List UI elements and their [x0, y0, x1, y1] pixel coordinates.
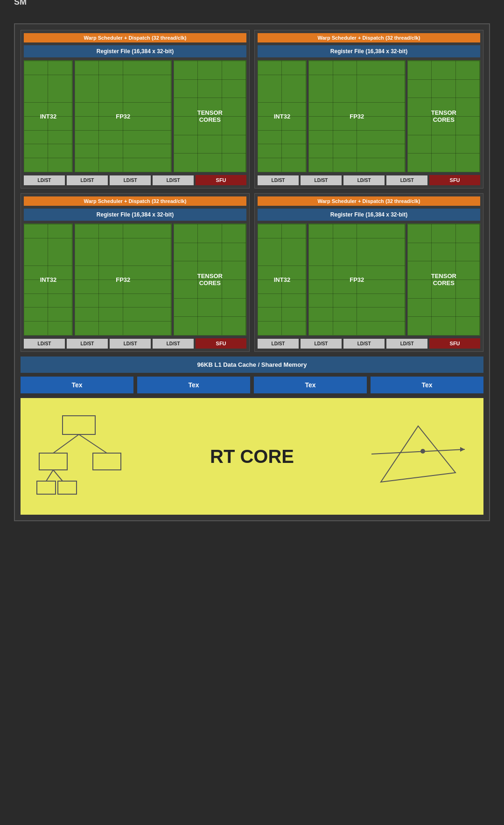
ldst-4-3: LD/ST	[343, 339, 385, 349]
ldst-row-1: LD/ST LD/ST LD/ST LD/ST SFU	[24, 175, 246, 185]
ldst-4-1: LD/ST	[258, 339, 299, 349]
sfu-3: SFU	[196, 338, 246, 349]
ldst-4-4: LD/ST	[386, 339, 427, 349]
ldst-row-3: LD/ST LD/ST LD/ST LD/ST SFU	[24, 338, 246, 349]
svg-marker-9	[381, 426, 455, 482]
tensor-cores-2: TENSOR CORES	[407, 60, 480, 172]
ldst-1-2: LD/ST	[67, 175, 108, 185]
ldst-3-3: LD/ST	[110, 339, 151, 349]
tex-row: Tex Tex Tex Tex	[21, 377, 483, 393]
warp-scheduler-4: Warp Scheduler + Dispatch (32 thread/clk…	[258, 196, 480, 206]
svg-line-2	[79, 434, 107, 453]
ldst-3-1: LD/ST	[24, 339, 65, 349]
svg-point-11	[420, 449, 425, 454]
svg-marker-12	[460, 447, 465, 452]
tex-unit-1: Tex	[21, 377, 133, 393]
svg-rect-0	[63, 416, 95, 434]
svg-line-6	[53, 470, 63, 481]
svg-rect-3	[39, 453, 67, 470]
ldst-2-1: LD/ST	[258, 175, 299, 185]
int32-unit-3: INT32	[24, 224, 73, 336]
quadrant-3: Warp Scheduler + Dispatch (32 thread/clk…	[21, 193, 250, 352]
register-file-4: Register File (16,384 x 32-bit)	[258, 209, 480, 221]
sfu-1: SFU	[196, 175, 246, 185]
register-file-2: Register File (16,384 x 32-bit)	[258, 45, 480, 57]
fp32-unit-4: FP32	[308, 224, 406, 336]
compute-units-4: INT32 FP32 TENSOR CORES	[258, 224, 480, 336]
fp32-unit-1: FP32	[75, 60, 172, 172]
svg-rect-8	[58, 481, 77, 494]
quadrant-1: Warp Scheduler + Dispatch (32 thread/clk…	[21, 30, 250, 189]
quadrant-grid: Warp Scheduler + Dispatch (32 thread/clk…	[21, 30, 483, 352]
fp32-unit-3: FP32	[75, 224, 172, 336]
warp-scheduler-1: Warp Scheduler + Dispatch (32 thread/clk…	[24, 33, 246, 42]
ldst-1-3: LD/ST	[110, 175, 151, 185]
int32-unit-1: INT32	[24, 60, 73, 172]
sm-container: Warp Scheduler + Dispatch (32 thread/clk…	[14, 23, 490, 521]
register-file-1: Register File (16,384 x 32-bit)	[24, 45, 246, 57]
warp-scheduler-2: Warp Scheduler + Dispatch (32 thread/clk…	[258, 33, 480, 42]
ldst-1-4: LD/ST	[153, 175, 194, 185]
svg-line-5	[46, 470, 53, 481]
int32-unit-2: INT32	[258, 60, 307, 172]
ldst-2-4: LD/ST	[386, 175, 427, 185]
tensor-cores-3: TENSOR CORES	[174, 224, 246, 336]
sfu-2: SFU	[429, 175, 480, 185]
int32-unit-4: INT32	[258, 224, 307, 336]
ldst-row-2: LD/ST LD/ST LD/ST LD/ST SFU	[258, 175, 480, 185]
l1-cache-bar: 96KB L1 Data Cache / Shared Memory	[21, 357, 483, 373]
compute-units-2: INT32 FP32 TENSOR CORES	[258, 60, 480, 172]
svg-rect-7	[37, 481, 56, 494]
ldst-3-4: LD/ST	[153, 339, 194, 349]
sm-label: SM	[14, 0, 27, 7]
ldst-2-2: LD/ST	[301, 175, 342, 185]
svg-line-10	[371, 449, 465, 454]
svg-rect-4	[93, 453, 121, 470]
register-file-3: Register File (16,384 x 32-bit)	[24, 209, 246, 221]
ldst-4-2: LD/ST	[301, 339, 342, 349]
tensor-cores-1: TENSOR CORES	[174, 60, 246, 172]
quadrant-4: Warp Scheduler + Dispatch (32 thread/clk…	[254, 193, 483, 352]
rt-core-label: RT CORE	[210, 446, 294, 467]
tex-unit-2: Tex	[137, 377, 250, 393]
tensor-cores-4: TENSOR CORES	[407, 224, 480, 336]
fp32-unit-2: FP32	[308, 60, 406, 172]
warp-scheduler-3: Warp Scheduler + Dispatch (32 thread/clk…	[24, 196, 246, 206]
tex-unit-3: Tex	[254, 377, 367, 393]
svg-line-1	[53, 434, 79, 453]
sfu-4: SFU	[429, 338, 480, 349]
ldst-2-3: LD/ST	[343, 175, 385, 185]
ldst-3-2: LD/ST	[67, 339, 108, 349]
ldst-row-4: LD/ST LD/ST LD/ST LD/ST SFU	[258, 338, 480, 349]
bvh-diagram	[35, 412, 128, 496]
quadrant-2: Warp Scheduler + Dispatch (32 thread/clk…	[254, 30, 483, 189]
triangle-diagram	[371, 417, 465, 491]
compute-units-3: INT32 FP32 TENSOR CORES	[24, 224, 246, 336]
compute-units-1: INT32 FP32 TENSOR CORES	[24, 60, 246, 172]
tex-unit-4: Tex	[371, 377, 483, 393]
rt-core-section: RT CORE	[21, 398, 483, 515]
ldst-1-1: LD/ST	[24, 175, 65, 185]
